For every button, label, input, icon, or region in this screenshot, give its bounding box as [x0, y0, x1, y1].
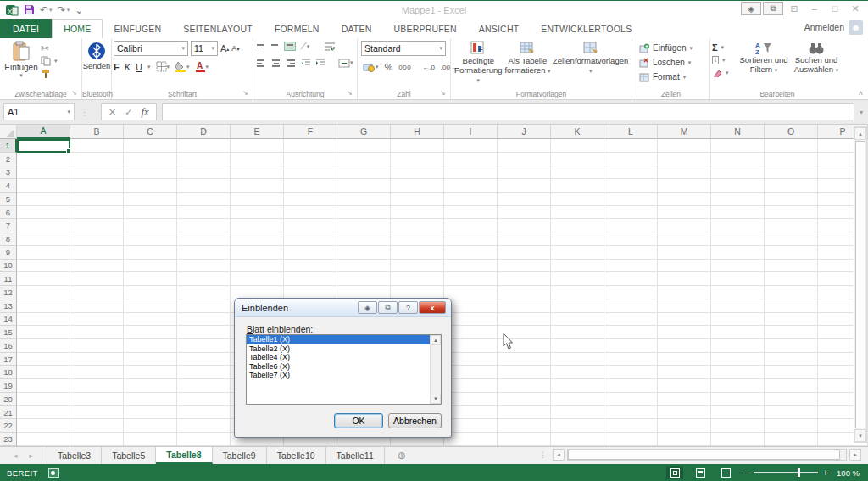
- cell-l10[interactable]: [604, 260, 658, 273]
- cell-g8[interactable]: [337, 232, 391, 246]
- cell-n16[interactable]: [711, 339, 765, 353]
- grow-font-button[interactable]: A▴: [220, 43, 229, 53]
- cell-b14[interactable]: [70, 313, 124, 327]
- ribbon-tab-ansicht[interactable]: ANSICHT: [468, 19, 531, 38]
- cell-c20[interactable]: [124, 393, 177, 406]
- cell-a2[interactable]: [17, 153, 70, 166]
- format-as-table-button[interactable]: Als Tabelle formatieren ▾: [504, 41, 552, 87]
- cell-e10[interactable]: [231, 260, 284, 273]
- cell-k13[interactable]: [551, 299, 604, 313]
- cell-g11[interactable]: [337, 272, 391, 286]
- overlay-tool-icon-1[interactable]: ◈: [741, 2, 761, 15]
- cell-n11[interactable]: [711, 272, 765, 286]
- cell-h7[interactable]: [391, 219, 444, 232]
- cell-l12[interactable]: [604, 286, 658, 299]
- column-header-a[interactable]: A: [17, 125, 70, 139]
- cell-b23[interactable]: [70, 433, 124, 446]
- cell-b6[interactable]: [70, 206, 124, 220]
- align-right-button[interactable]: [286, 58, 297, 69]
- cell-l20[interactable]: [604, 393, 658, 406]
- cell-m6[interactable]: [658, 206, 711, 220]
- cell-c19[interactable]: [124, 379, 177, 393]
- cell-m15[interactable]: [658, 326, 711, 339]
- cell-l7[interactable]: [604, 219, 658, 232]
- cell-k18[interactable]: [551, 366, 604, 379]
- undo-dropdown-icon[interactable]: ▾: [49, 7, 53, 14]
- column-header-h[interactable]: H: [391, 125, 444, 139]
- cell-m19[interactable]: [658, 379, 711, 393]
- cell-g10[interactable]: [337, 260, 391, 273]
- sheet-prev-icon[interactable]: ◂: [14, 451, 18, 460]
- cell-o8[interactable]: [765, 232, 818, 246]
- cell-c17[interactable]: [124, 353, 177, 366]
- cell-c1[interactable]: [124, 139, 177, 153]
- dialog-help-button[interactable]: ?: [398, 301, 418, 314]
- cell-a9[interactable]: [17, 246, 70, 260]
- expand-formula-bar-icon[interactable]: ▾: [854, 109, 868, 116]
- cell-k20[interactable]: [551, 393, 604, 406]
- cell-d21[interactable]: [177, 406, 231, 420]
- hidden-sheet-item-3[interactable]: Tabelle4 (X): [247, 353, 441, 362]
- conditional-formatting-button[interactable]: ≠ Bedingte Formatierung ▾: [453, 41, 504, 87]
- cell-a15[interactable]: [17, 326, 70, 339]
- ribbon-display-options-button[interactable]: ⊡: [785, 2, 804, 15]
- column-header-c[interactable]: C: [124, 125, 177, 139]
- cell-j16[interactable]: [498, 339, 551, 353]
- cell-m4[interactable]: [658, 179, 711, 193]
- cell-i18[interactable]: [444, 366, 498, 379]
- minimize-button[interactable]: –: [805, 2, 824, 15]
- column-header-o[interactable]: O: [765, 125, 818, 139]
- cell-o4[interactable]: [765, 179, 818, 193]
- cell-e7[interactable]: [231, 219, 284, 232]
- cell-k4[interactable]: [551, 179, 604, 193]
- cell-g9[interactable]: [337, 246, 391, 260]
- cell-f10[interactable]: [284, 260, 337, 273]
- middle-align-button[interactable]: [270, 42, 280, 50]
- cell-n5[interactable]: [711, 193, 765, 206]
- page-break-view-button[interactable]: [717, 466, 734, 479]
- cell-g2[interactable]: [337, 153, 391, 166]
- column-header-i[interactable]: I: [444, 125, 498, 139]
- cell-b4[interactable]: [70, 179, 124, 193]
- cell-m3[interactable]: [658, 165, 711, 179]
- cell-l13[interactable]: [604, 299, 658, 313]
- row-header-13[interactable]: 13: [0, 299, 17, 313]
- cell-n1[interactable]: [711, 139, 765, 153]
- cell-o11[interactable]: [765, 272, 818, 286]
- cell-o23[interactable]: [765, 433, 818, 446]
- cell-n19[interactable]: [711, 379, 765, 393]
- new-sheet-button[interactable]: ⊕: [385, 447, 419, 464]
- cell-h8[interactable]: [391, 232, 444, 246]
- row-header-19[interactable]: 19: [0, 379, 17, 393]
- cell-h9[interactable]: [391, 246, 444, 260]
- cell-n10[interactable]: [711, 260, 765, 273]
- normal-view-button[interactable]: [666, 466, 683, 479]
- cell-k16[interactable]: [551, 339, 604, 353]
- copy-button[interactable]: ▾: [41, 55, 58, 68]
- cell-n21[interactable]: [711, 406, 765, 420]
- cell-k9[interactable]: [551, 246, 604, 260]
- cell-l21[interactable]: [604, 406, 658, 420]
- sheet-tab-tabelle3[interactable]: Tabelle3: [47, 447, 102, 464]
- format-cells-button[interactable]: Format▾: [639, 70, 708, 84]
- borders-button[interactable]: ▾: [156, 61, 170, 72]
- cell-i7[interactable]: [444, 219, 498, 232]
- cell-i17[interactable]: [444, 353, 498, 366]
- cell-c13[interactable]: [124, 299, 177, 313]
- cell-o17[interactable]: [765, 353, 818, 366]
- cell-a23[interactable]: [17, 433, 70, 446]
- cell-j13[interactable]: [498, 299, 551, 313]
- cell-o3[interactable]: [765, 165, 818, 179]
- cell-n22[interactable]: [711, 419, 765, 433]
- row-header-22[interactable]: 22: [0, 419, 17, 433]
- cell-o19[interactable]: [765, 379, 818, 393]
- cell-e1[interactable]: [231, 139, 284, 153]
- cell-a7[interactable]: [17, 219, 70, 232]
- cell-n9[interactable]: [711, 246, 765, 260]
- cell-c14[interactable]: [124, 313, 177, 327]
- cell-c15[interactable]: [124, 326, 177, 339]
- cell-d6[interactable]: [177, 206, 231, 220]
- cell-g3[interactable]: [337, 165, 391, 179]
- cell-k14[interactable]: [551, 313, 604, 327]
- scroll-down-icon[interactable]: ▾: [854, 429, 866, 442]
